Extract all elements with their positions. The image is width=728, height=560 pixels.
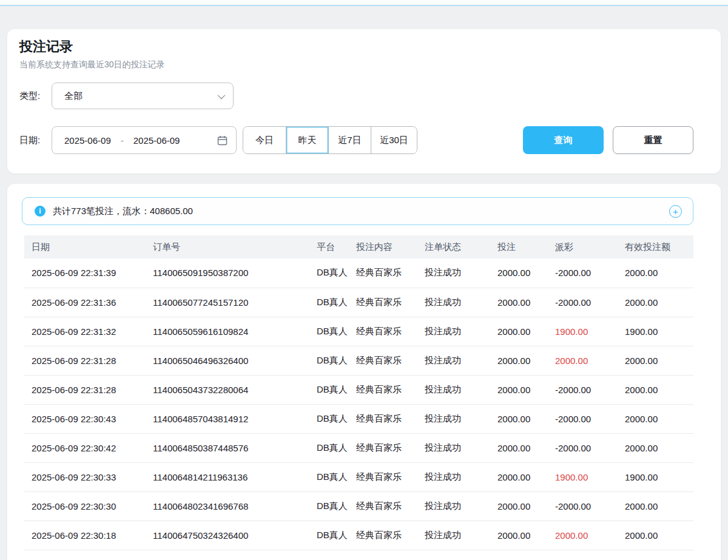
cell-valid-bet: 1900.00: [625, 317, 693, 346]
column-header-payout: 派彩: [555, 235, 625, 258]
cell-date: 2025-06-09 22:31:28: [24, 375, 153, 404]
cell-date: 2025-06-09 22:31:32: [24, 317, 153, 346]
plus-circle-icon[interactable]: +: [669, 205, 682, 218]
cell-bet-status: 投注成功: [425, 433, 497, 462]
cell-platform: DB真人: [317, 258, 356, 288]
cell-date: 2025-06-09 22:30:33: [24, 462, 153, 491]
cell-bet-status: 投注成功: [425, 491, 497, 521]
cell-valid-bet: 2000.00: [625, 258, 693, 288]
cell-date: 2025-06-09 22:31:36: [24, 288, 153, 317]
cell-bet-amount: 2000.00: [497, 288, 555, 317]
cell-payout: -2000.00: [555, 404, 625, 433]
cell-payout: -2000.00: [555, 288, 625, 317]
table-row: 2025-06-09 22:30:421140064850387448576DB…: [24, 433, 693, 462]
info-icon: i: [35, 206, 46, 217]
cell-date: 2025-06-09 22:30:30: [24, 491, 153, 521]
type-select[interactable]: 全部: [52, 83, 234, 109]
page-title: 投注记录: [19, 38, 73, 56]
cell-order-no: 1140064850387448576: [153, 433, 317, 462]
cell-bet-amount: 2000.00: [497, 404, 555, 433]
results-card: i 共计773笔投注，流水：408605.00 + 日期 订单号 平台 投注内容…: [7, 184, 721, 560]
cell-platform: DB真人: [317, 433, 356, 462]
query-button[interactable]: 查询: [523, 126, 604, 154]
cell-bet-status: 投注成功: [425, 521, 497, 550]
cell-payout: -2000.00: [555, 491, 625, 521]
date-separator: -: [121, 135, 124, 146]
cell-payout: 1900.00: [555, 317, 625, 346]
bet-table-body: 2025-06-09 22:31:391140065091950387200DB…: [24, 258, 693, 550]
column-header-valid-bet: 有效投注额: [625, 235, 693, 258]
cell-order-no: 1140065091950387200: [153, 258, 317, 288]
cell-bet-content: 经典百家乐: [356, 462, 425, 491]
cell-payout: 2000.00: [555, 521, 625, 550]
cell-order-no: 1140065043732280064: [153, 375, 317, 404]
cell-date: 2025-06-09 22:31:28: [24, 346, 153, 375]
quick-range-last30days[interactable]: 近30日: [371, 127, 417, 153]
cell-platform: DB真人: [317, 288, 356, 317]
date-label: 日期:: [19, 126, 40, 154]
quick-range-group: 今日 昨天 近7日 近30日: [243, 126, 417, 154]
cell-date: 2025-06-09 22:30:42: [24, 433, 153, 462]
cell-valid-bet: 2000.00: [625, 491, 693, 521]
cell-bet-content: 经典百家乐: [356, 288, 425, 317]
cell-bet-amount: 2000.00: [497, 346, 555, 375]
cell-bet-status: 投注成功: [425, 404, 497, 433]
cell-bet-status: 投注成功: [425, 346, 497, 375]
cell-payout: -2000.00: [555, 375, 625, 404]
cell-bet-content: 经典百家乐: [356, 521, 425, 550]
column-header-bet-amount: 投注: [497, 235, 555, 258]
column-header-bet-status: 注单状态: [425, 235, 497, 258]
cell-payout: 2000.00: [555, 346, 625, 375]
date-start-value: 2025-06-09: [64, 135, 111, 146]
top-divider-bar: [0, 0, 728, 6]
column-header-platform: 平台: [317, 235, 356, 258]
cell-payout: 1900.00: [555, 462, 625, 491]
cell-platform: DB真人: [317, 462, 356, 491]
cell-bet-amount: 2000.00: [497, 375, 555, 404]
cell-date: 2025-06-09 22:30:43: [24, 404, 153, 433]
cell-order-no: 1140065059616109824: [153, 317, 317, 346]
cell-order-no: 1140064802341696768: [153, 491, 317, 521]
quick-range-yesterday[interactable]: 昨天: [286, 127, 328, 153]
cell-bet-content: 经典百家乐: [356, 491, 425, 521]
cell-bet-status: 投注成功: [425, 317, 497, 346]
column-header-date: 日期: [24, 235, 153, 258]
quick-range-last7days[interactable]: 近7日: [328, 127, 371, 153]
cell-bet-amount: 2000.00: [497, 462, 555, 491]
cell-bet-amount: 2000.00: [497, 491, 555, 521]
table-row: 2025-06-09 22:30:431140064857043814912DB…: [24, 404, 693, 433]
calendar-icon[interactable]: [217, 135, 228, 146]
cell-payout: -2000.00: [555, 433, 625, 462]
cell-bet-status: 投注成功: [425, 288, 497, 317]
table-row: 2025-06-09 22:30:301140064802341696768DB…: [24, 491, 693, 521]
cell-bet-content: 经典百家乐: [356, 258, 425, 288]
table-row: 2025-06-09 22:31:321140065059616109824DB…: [24, 317, 693, 346]
cell-platform: DB真人: [317, 375, 356, 404]
date-range-input[interactable]: 2025-06-09 - 2025-06-09: [52, 126, 237, 154]
column-header-order-no: 订单号: [153, 235, 317, 258]
cell-valid-bet: 2000.00: [625, 433, 693, 462]
type-select-value: 全部: [64, 90, 83, 102]
table-row: 2025-06-09 22:31:391140065091950387200DB…: [24, 258, 693, 288]
reset-button[interactable]: 重置: [613, 126, 693, 154]
cell-platform: DB真人: [317, 521, 356, 550]
cell-bet-content: 经典百家乐: [356, 433, 425, 462]
type-label: 类型:: [19, 83, 40, 109]
cell-platform: DB真人: [317, 404, 356, 433]
table-row: 2025-06-09 22:31:361140065077245157120DB…: [24, 288, 693, 317]
cell-bet-status: 投注成功: [425, 258, 497, 288]
quick-range-today[interactable]: 今日: [243, 127, 286, 153]
cell-valid-bet: 2000.00: [625, 346, 693, 375]
cell-bet-amount: 2000.00: [497, 317, 555, 346]
cell-date: 2025-06-09 22:30:18: [24, 521, 153, 550]
cell-bet-amount: 2000.00: [497, 433, 555, 462]
cell-valid-bet: 2000.00: [625, 521, 693, 550]
cell-valid-bet: 1900.00: [625, 462, 693, 491]
summary-text: 共计773笔投注，流水：408605.00: [53, 206, 193, 217]
cell-bet-content: 经典百家乐: [356, 404, 425, 433]
cell-bet-content: 经典百家乐: [356, 346, 425, 375]
cell-bet-status: 投注成功: [425, 462, 497, 491]
cell-valid-bet: 2000.00: [625, 288, 693, 317]
cell-bet-content: 经典百家乐: [356, 375, 425, 404]
table-row: 2025-06-09 22:31:281140065046496326400DB…: [24, 346, 693, 375]
